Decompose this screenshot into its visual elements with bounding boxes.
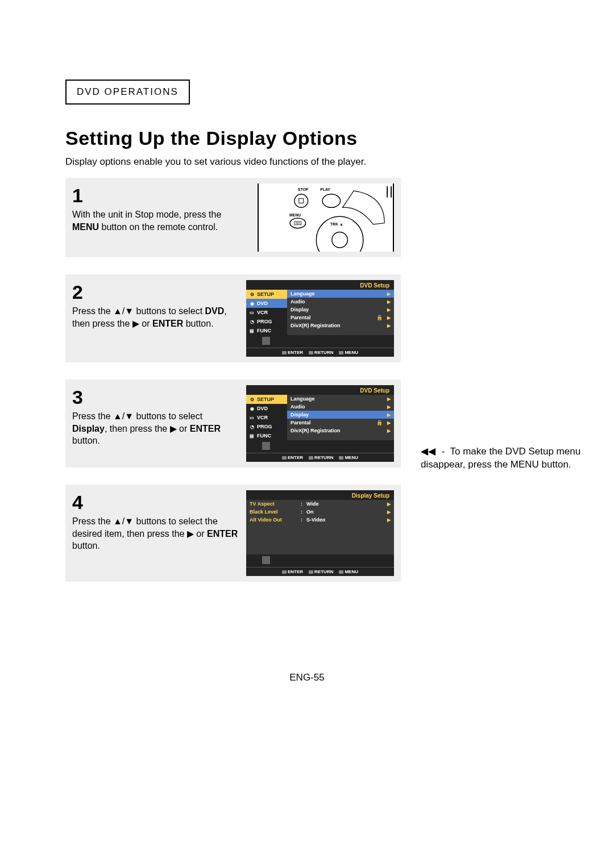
osd-item-parental: Parental🔒▶: [287, 419, 394, 427]
gear-icon: ⚙: [248, 291, 255, 298]
row-tv-aspect: TV Aspect:Wide▶: [246, 500, 394, 508]
footer-enter: ENTER: [282, 455, 303, 460]
footer-enter: ENTER: [282, 350, 303, 355]
osd-sidebar: ⚙SETUP ◉DVD ▭VCR ◔PROG ▤FUNC: [246, 290, 287, 335]
footer-menu: MENU: [339, 569, 358, 574]
osd-item-parental: Parental🔒▶: [287, 314, 394, 322]
osd-tab-setup: ⚙SETUP: [246, 395, 287, 404]
osd-tab-dvd: ◉DVD: [246, 404, 287, 413]
chevron-right-icon: ▶: [387, 404, 391, 410]
chevron-right-icon: ▶: [387, 510, 391, 515]
clock-icon: ◔: [248, 318, 255, 325]
hand-icon: [343, 191, 385, 224]
vcr-icon: ▭: [248, 414, 255, 421]
osd-menu: Language▶ Audio▶ Display▶ Parental🔒▶ Div…: [287, 290, 394, 335]
footer-menu: MENU: [339, 350, 358, 355]
chevron-right-icon: ▶: [387, 299, 391, 304]
chevron-right-icon: ▶: [387, 502, 391, 507]
move-icon: [262, 337, 270, 345]
page-number: ENG-55: [0, 672, 614, 683]
chevron-right-icon: ▶: [387, 315, 391, 320]
osd-tab-setup: ⚙SETUP: [246, 290, 287, 299]
play-button: [322, 194, 340, 208]
osd-tab-func: ▤FUNC: [246, 431, 287, 440]
chevron-right-icon: ▶: [387, 397, 391, 402]
trk-label: TRK ▲: [330, 222, 343, 226]
page-title: Setting Up the Display Options: [65, 127, 549, 149]
osd-footer: ENTER RETURN MENU: [246, 453, 394, 462]
osd-title: Display Setup: [246, 490, 394, 500]
footer-enter: ENTER: [282, 569, 303, 574]
osd-footer: ENTER RETURN MENU: [246, 348, 394, 357]
osd-screen-step3: DVD Setup ⚙SETUP ◉DVD ▭VCR ◔PROG ▤FUNC L…: [246, 385, 394, 462]
osd-item-language: Language▶: [287, 395, 394, 403]
display-setup-menu: TV Aspect:Wide▶ Black Level:On▶ Alt Vide…: [246, 500, 394, 554]
osd-item-display: Display▶: [287, 306, 394, 314]
note-text: To make the DVD Setup menu disappear, pr…: [421, 446, 580, 470]
step-3-desc: Press the ▲/▼ buttons to select Display,…: [72, 410, 238, 447]
osd-sidebar: ⚙SETUP ◉DVD ▭VCR ◔PROG ▤FUNC: [246, 395, 287, 440]
func-icon: ▤: [248, 432, 255, 439]
row-black-level: Black Level:On▶: [246, 508, 394, 516]
step-1: 1 With the unit in Stop mode, press the …: [65, 178, 401, 257]
lock-icon: 🔒: [376, 420, 383, 425]
intro-text: Display options enable you to set variou…: [65, 156, 549, 168]
step-4: 4 Press the ▲/▼ buttons to select the de…: [65, 485, 401, 582]
step-2-number: 2: [72, 282, 238, 302]
chevron-right-icon: ▶: [387, 428, 391, 433]
move-icon: [262, 556, 270, 564]
vcr-icon: ▭: [248, 309, 255, 316]
osd-menu: Language▶ Audio▶ Display▶ Parental🔒▶ Div…: [287, 395, 394, 440]
osd-tab-prog: ◔PROG: [246, 317, 287, 326]
osd-title: DVD Setup: [246, 385, 394, 395]
footer-return: RETURN: [309, 350, 333, 355]
row-alt-video: Alt Video Out:S-Video▶: [246, 516, 394, 524]
func-icon: ▤: [248, 327, 255, 334]
rewind-icon: ◀◀: [421, 445, 435, 458]
chevron-right-icon: ▶: [387, 323, 391, 328]
section-header-text: DVD OPERATIONS: [77, 86, 179, 97]
osd-item-divx: DivX(R) Registration▶: [287, 322, 394, 329]
osd-tab-dvd: ◉DVD: [246, 299, 287, 308]
gear-icon: ⚙: [248, 396, 255, 403]
osd-item-audio: Audio▶: [287, 403, 394, 411]
step-1-number: 1: [72, 186, 250, 205]
step-3-text: 3 Press the ▲/▼ buttons to select Displa…: [72, 385, 238, 447]
osd-item-display: Display▶: [287, 411, 394, 419]
step-2-text: 2 Press the ▲/▼ buttons to select DVD, t…: [72, 280, 238, 329]
step-1-desc: With the unit in Stop mode, press the ME…: [72, 208, 250, 233]
chevron-right-icon: ▶: [387, 291, 391, 297]
osd-item-audio: Audio▶: [287, 298, 394, 306]
step-2-desc: Press the ▲/▼ buttons to select DVD, the…: [72, 305, 238, 329]
osd-tab-prog: ◔PROG: [246, 422, 287, 431]
stop-label: STOP: [298, 187, 309, 191]
menu-label: MENU: [289, 213, 301, 217]
clock-icon: ◔: [248, 423, 255, 430]
step-2: 2 Press the ▲/▼ buttons to select DVD, t…: [65, 274, 401, 362]
osd-tab-vcr: ▭VCR: [246, 308, 287, 317]
side-note: ◀◀ - To make the DVD Setup menu disappea…: [421, 445, 591, 471]
move-icon: [262, 442, 270, 450]
osd-footer: ENTER RETURN MENU: [246, 567, 394, 576]
step-4-number: 4: [72, 493, 238, 512]
footer-menu: MENU: [339, 455, 358, 460]
lock-icon: 🔒: [376, 315, 383, 320]
osd-screen-step2: DVD Setup ⚙SETUP ◉DVD ▭VCR ◔PROG ▤FUNC L…: [246, 280, 394, 357]
osd-item-divx: DivX(R) Registration▶: [287, 427, 394, 435]
chevron-right-icon: ▶: [387, 307, 391, 312]
osd-tab-func: ▤FUNC: [246, 326, 287, 335]
step-4-desc: Press the ▲/▼ buttons to select the desi…: [72, 515, 238, 552]
step-1-text: 1 With the unit in Stop mode, press the …: [72, 183, 250, 233]
svg-rect-0: [299, 199, 304, 203]
osd-item-language: Language▶: [287, 290, 394, 298]
footer-return: RETURN: [309, 569, 333, 574]
chevron-right-icon: ▶: [387, 518, 391, 523]
chevron-right-icon: ▶: [387, 412, 391, 418]
disc-icon: ◉: [248, 405, 255, 412]
section-header: DVD OPERATIONS: [65, 80, 190, 105]
chevron-right-icon: ▶: [387, 420, 391, 425]
menu-button: [290, 218, 306, 228]
osd-title: DVD Setup: [246, 280, 394, 290]
svg-point-4: [332, 232, 348, 248]
osd-tab-vcr: ▭VCR: [246, 413, 287, 422]
